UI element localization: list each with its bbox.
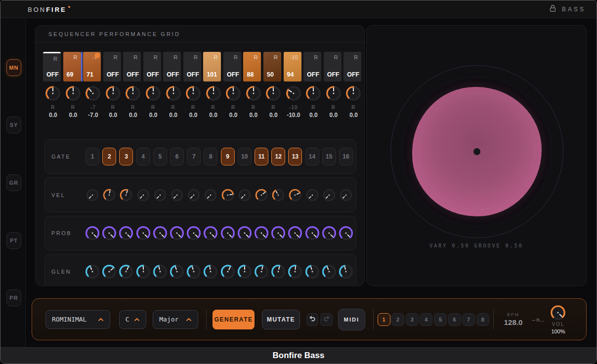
glide-length-knob-4[interactable] <box>135 264 151 280</box>
probability-knob-16[interactable] <box>338 225 354 241</box>
style-select[interactable]: ROMINIMAL <box>45 310 110 329</box>
glide-length-knob-8[interactable] <box>203 264 218 280</box>
velocity-knob-13[interactable] <box>288 188 302 202</box>
velocity-knob-14[interactable] <box>305 188 319 202</box>
step-cell-15[interactable]: ROFF <box>324 52 341 81</box>
pattern-button-3[interactable]: 3 <box>406 313 419 326</box>
pitch-knob-1[interactable] <box>44 85 61 102</box>
glide-length-knob-6[interactable] <box>169 264 185 280</box>
probability-knob-5[interactable] <box>152 225 168 241</box>
gate-button-13[interactable]: 13 <box>288 148 302 165</box>
pattern-button-4[interactable]: 4 <box>420 313 432 326</box>
sidebar-item-gr[interactable]: GR <box>6 174 21 191</box>
probability-knob-14[interactable] <box>304 225 320 241</box>
probability-knob-15[interactable] <box>321 225 337 241</box>
probability-knob-11[interactable] <box>254 225 269 241</box>
step-cell-5[interactable]: ROFF <box>123 52 141 81</box>
velocity-knob-16[interactable] <box>339 188 353 202</box>
velocity-knob-7[interactable] <box>187 188 201 202</box>
velocity-knob-12[interactable] <box>271 188 285 202</box>
pitch-knob-9[interactable] <box>205 85 222 102</box>
velocity-knob-15[interactable] <box>322 188 336 202</box>
glide-length-knob-5[interactable] <box>152 264 168 280</box>
gate-button-3[interactable]: 3 <box>119 148 133 165</box>
glide-length-knob-7[interactable] <box>186 264 202 280</box>
glide-length-knob-13[interactable] <box>287 264 303 280</box>
probability-knob-10[interactable] <box>237 225 253 241</box>
gate-button-14[interactable]: 14 <box>305 148 319 165</box>
step-cell-3[interactable]: -771 <box>83 52 101 81</box>
glide-length-knob-9[interactable] <box>220 264 236 280</box>
pitch-knob-2[interactable] <box>65 85 82 102</box>
generate-button[interactable]: GENERATE <box>213 310 255 329</box>
xy-cursor-dot[interactable] <box>473 148 480 155</box>
step-cell-14[interactable]: ROFF <box>303 52 321 81</box>
gate-button-11[interactable]: 11 <box>255 148 268 165</box>
pitch-knob-6[interactable] <box>145 85 162 102</box>
step-cell-2[interactable]: R69 <box>63 52 81 81</box>
probability-knob-3[interactable] <box>118 225 134 241</box>
gate-button-7[interactable]: 7 <box>187 148 201 165</box>
pitch-knob-8[interactable] <box>185 85 202 102</box>
probability-knob-1[interactable] <box>85 225 100 241</box>
pitch-knob-16[interactable] <box>345 85 362 102</box>
gate-button-6[interactable]: 6 <box>170 148 184 165</box>
redo-button[interactable] <box>320 313 333 326</box>
step-cell-12[interactable]: R50 <box>263 52 281 81</box>
velocity-knob-4[interactable] <box>136 188 150 202</box>
glide-length-knob-14[interactable] <box>304 264 320 280</box>
probability-knob-8[interactable] <box>203 225 218 241</box>
step-cell-1[interactable]: ROFF <box>43 52 61 81</box>
glide-length-knob-2[interactable] <box>101 264 117 280</box>
step-cell-16[interactable]: ROFF <box>343 52 361 81</box>
pattern-button-2[interactable]: 2 <box>391 313 404 326</box>
step-cell-7[interactable]: ROFF <box>163 52 181 81</box>
probability-knob-13[interactable] <box>287 225 303 241</box>
gate-button-2[interactable]: 2 <box>102 148 116 165</box>
pitch-knob-5[interactable] <box>125 85 141 102</box>
bpm-control[interactable]: BPM 128.0 <box>503 312 524 326</box>
step-cell-9[interactable]: R101 <box>203 52 221 81</box>
pattern-button-8[interactable]: 8 <box>476 313 489 326</box>
pitch-knob-10[interactable] <box>225 85 242 102</box>
pattern-button-5[interactable]: 5 <box>434 313 447 326</box>
midi-button[interactable]: MIDI <box>338 309 365 330</box>
velocity-knob-2[interactable] <box>102 188 116 202</box>
pattern-button-6[interactable]: 6 <box>448 313 461 326</box>
pitch-knob-13[interactable] <box>285 85 302 102</box>
gate-button-15[interactable]: 15 <box>322 148 336 165</box>
pattern-button-1[interactable]: 1 <box>378 313 390 326</box>
gate-button-12[interactable]: 12 <box>271 148 285 165</box>
step-cell-8[interactable]: ROFF <box>183 52 201 81</box>
velocity-knob-3[interactable] <box>119 188 133 202</box>
velocity-knob-9[interactable] <box>221 188 235 202</box>
velocity-knob-5[interactable] <box>153 188 167 202</box>
glide-length-knob-3[interactable] <box>118 264 134 280</box>
glide-length-knob-15[interactable] <box>321 264 337 280</box>
pitch-knob-4[interactable] <box>105 85 122 102</box>
probability-knob-9[interactable] <box>220 225 236 241</box>
probability-knob-12[interactable] <box>270 225 286 241</box>
gate-button-10[interactable]: 10 <box>238 148 252 165</box>
velocity-knob-1[interactable] <box>85 188 99 202</box>
volume-knob[interactable] <box>550 304 566 321</box>
gate-button-4[interactable]: 4 <box>136 148 150 165</box>
glide-length-knob-10[interactable] <box>237 264 253 280</box>
glide-length-knob-11[interactable] <box>254 264 269 280</box>
step-cell-6[interactable]: ROFF <box>143 52 161 81</box>
probability-knob-2[interactable] <box>101 225 117 241</box>
glide-length-knob-16[interactable] <box>338 264 354 280</box>
step-cell-11[interactable]: R88 <box>243 52 261 81</box>
glide-length-knob-1[interactable] <box>85 264 100 280</box>
scale-select[interactable]: Major <box>153 310 198 329</box>
sidebar-item-pr[interactable]: PR <box>6 289 21 306</box>
key-select[interactable]: C <box>119 310 147 329</box>
probability-knob-7[interactable] <box>186 225 202 241</box>
gate-button-9[interactable]: 9 <box>221 148 235 165</box>
pattern-button-7[interactable]: 7 <box>462 313 475 326</box>
step-cell-10[interactable]: ROFF <box>223 52 241 81</box>
sidebar-item-sy[interactable]: SY <box>6 117 21 133</box>
pitch-knob-7[interactable] <box>165 85 182 102</box>
velocity-knob-10[interactable] <box>238 188 252 202</box>
mutate-button[interactable]: MUTATE <box>262 310 299 329</box>
